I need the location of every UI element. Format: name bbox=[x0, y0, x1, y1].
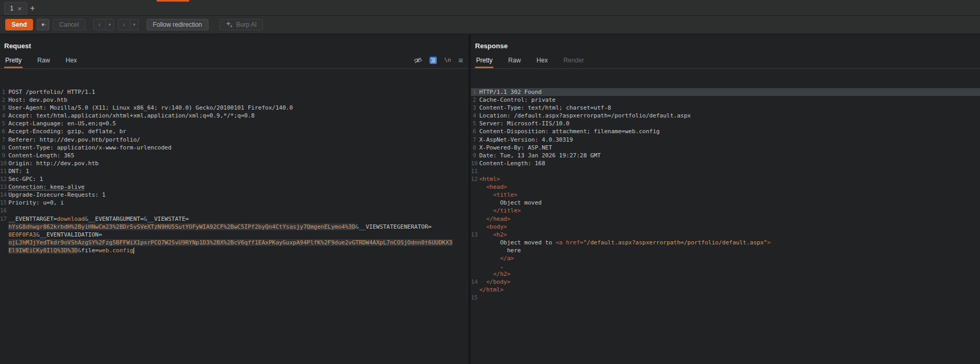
code-row[interactable]: 1HTTP/1.1 302 Found bbox=[471, 88, 980, 96]
code-row[interactable]: </head> bbox=[471, 215, 980, 223]
code-row[interactable]: 8Content-Type: application/x-www-form-ur… bbox=[0, 144, 468, 152]
code-line: Accept-Encoding: gzip, deflate, br bbox=[8, 127, 126, 135]
code-row[interactable]: ojLJhMJjYedTkdr9oVShAzgSY%2Fzg5BFFWiX1px… bbox=[0, 239, 468, 247]
code-row[interactable]: </h2> bbox=[471, 270, 980, 278]
add-tab-button[interactable]: + bbox=[26, 2, 39, 15]
tab-pretty[interactable]: Pretty bbox=[4, 55, 23, 68]
code-segment: Accept-Encoding: gzip, deflate, br bbox=[8, 128, 126, 135]
code-segment: __EVENTVALIDATION= bbox=[40, 231, 102, 238]
request-editor[interactable]: 1POST /portfolio/ HTTP/1.12Host: dev.pov… bbox=[0, 85, 468, 364]
code-row[interactable]: 10Content-Length: 168 bbox=[471, 159, 980, 167]
line-number: 2 bbox=[471, 96, 479, 104]
code-row[interactable]: 15 bbox=[471, 294, 980, 302]
code-line: Server: Microsoft-IIS/10.0 bbox=[479, 120, 569, 127]
code-row[interactable]: 14 </body> bbox=[471, 278, 980, 286]
code-row[interactable]: Object moved to <a href="/default.aspx?a… bbox=[471, 239, 980, 247]
close-tab-icon[interactable]: × bbox=[18, 5, 22, 13]
code-row[interactable]: 11DNT: 1 bbox=[0, 167, 468, 175]
code-segment: Content-Disposition: attachment; filenam… bbox=[479, 128, 659, 135]
code-row[interactable]: 8X-Powered-By: ASP.NET bbox=[471, 144, 980, 152]
code-segment: Content-Length: 365 bbox=[8, 152, 74, 159]
tab-pretty[interactable]: Pretty bbox=[475, 55, 493, 68]
code-row[interactable]: hYsG8dhwgr862krbdH%2ByiHNwCm23%2BDr5vSVe… bbox=[0, 223, 468, 231]
tab-raw[interactable]: Raw bbox=[36, 55, 51, 68]
line-number: 16 bbox=[0, 207, 8, 215]
tab-hex[interactable]: Hex bbox=[535, 55, 548, 68]
code-row[interactable]: 11 bbox=[471, 167, 980, 175]
line-number: 2 bbox=[0, 96, 8, 104]
code-row[interactable]: 1POST /portfolio/ HTTP/1.1 bbox=[0, 88, 468, 96]
line-number: 12 bbox=[0, 175, 8, 183]
code-row[interactable]: 7X-AspNet-Version: 4.0.30319 bbox=[471, 136, 980, 144]
burp-ai-button[interactable]: Burp AI bbox=[219, 19, 263, 30]
request-panel: Request PrettyRawHex bbox=[0, 35, 468, 364]
code-row[interactable]: <title> bbox=[471, 191, 980, 199]
code-row[interactable]: 8E0F0FA3&__EVENTVALIDATION= bbox=[0, 231, 468, 239]
code-row[interactable]: 12<html> bbox=[471, 175, 980, 183]
cancel-button[interactable]: Cancel bbox=[53, 19, 85, 30]
code-row[interactable]: 17__EVENTTARGET=download&__EVENTARGUMENT… bbox=[0, 215, 468, 223]
code-segment: Content-Type: text/html; charset=utf-8 bbox=[479, 104, 611, 111]
code-row[interactable]: 5Accept-Language: en-US,en;q=0.5 bbox=[0, 120, 468, 127]
code-row[interactable]: 13 <h2> bbox=[471, 231, 980, 239]
code-line: Object moved bbox=[479, 199, 542, 207]
code-row[interactable]: 6Content-Disposition: attachment; filena… bbox=[471, 127, 980, 135]
code-row[interactable]: 7Referer: http://dev.pov.htb/portfolio/ bbox=[0, 136, 468, 144]
code-segment: __VIEWSTATEGENERATOR= bbox=[359, 223, 432, 230]
code-line: Connection: keep-alive bbox=[8, 183, 85, 191]
code-line: Location: /default.aspx?aspxerrorpath=/p… bbox=[479, 112, 691, 120]
chevron-down-icon: ▾ bbox=[133, 22, 136, 27]
line-number: 5 bbox=[0, 120, 8, 127]
code-row[interactable]: . bbox=[471, 262, 980, 270]
tab-raw[interactable]: Raw bbox=[507, 55, 522, 68]
code-row[interactable]: El9IWEiCKy8IlQ%3D%3D&file=web.config bbox=[0, 247, 468, 254]
response-editor[interactable]: 1HTTP/1.1 302 Found2Cache-Control: priva… bbox=[471, 85, 980, 364]
code-row[interactable]: 9Date: Tue, 13 Jan 2026 19:27:28 GMT bbox=[471, 152, 980, 159]
code-line: hYsG8dhwgr862krbdH%2ByiHNwCm23%2BDr5vSVe… bbox=[8, 223, 432, 231]
code-row[interactable]: 12Sec-GPC: 1 bbox=[0, 175, 468, 183]
code-row[interactable]: here bbox=[471, 247, 980, 254]
code-row[interactable]: 5Server: Microsoft-IIS/10.0 bbox=[471, 120, 980, 127]
code-row[interactable]: 9Content-Length: 365 bbox=[0, 152, 468, 159]
code-line: HTTP/1.1 302 Found bbox=[479, 88, 542, 96]
forward-history-dropdown[interactable]: ▾ bbox=[130, 19, 139, 30]
prettify-icon[interactable] bbox=[430, 57, 437, 64]
back-history-dropdown[interactable]: ▾ bbox=[106, 19, 114, 30]
code-row[interactable]: Object moved bbox=[471, 199, 980, 207]
code-segment: Priority: u=0, i bbox=[8, 199, 64, 206]
code-row[interactable]: 3Content-Type: text/html; charset=utf-8 bbox=[471, 104, 980, 112]
code-segment: </head> bbox=[479, 216, 511, 222]
hide-nonprintable-icon[interactable] bbox=[414, 57, 422, 63]
code-row[interactable]: 2Cache-Control: private bbox=[471, 96, 980, 104]
request-tab-1[interactable]: 1 × bbox=[4, 2, 27, 15]
code-row[interactable]: <head> bbox=[471, 183, 980, 191]
code-segment: POST /portfolio/ HTTP/1.1 bbox=[8, 89, 95, 95]
code-row[interactable]: </title> bbox=[471, 207, 980, 215]
code-line: </html> bbox=[479, 286, 503, 294]
code-line: DNT: 1 bbox=[8, 167, 29, 175]
newline-icon[interactable]: \n bbox=[444, 57, 451, 63]
code-row[interactable]: 2Host: dev.pov.htb bbox=[0, 96, 468, 104]
code-row[interactable]: 6Accept-Encoding: gzip, deflate, br bbox=[0, 127, 468, 135]
line-number: 11 bbox=[471, 167, 479, 175]
code-row[interactable]: </a> bbox=[471, 254, 980, 262]
tab-hex[interactable]: Hex bbox=[64, 55, 78, 68]
follow-redirection-button[interactable]: Follow redirection bbox=[147, 19, 208, 30]
code-segment: </h2> bbox=[479, 271, 511, 277]
code-row[interactable]: 4Location: /default.aspx?aspxerrorpath=/… bbox=[471, 112, 980, 120]
code-row[interactable]: 4Accept: text/html,application/xhtml+xml… bbox=[0, 112, 468, 120]
settings-button[interactable] bbox=[37, 19, 49, 30]
code-row[interactable]: 3User-Agent: Mozilla/5.0 (X11; Linux x86… bbox=[0, 104, 468, 112]
code-row[interactable]: 13Connection: keep-alive bbox=[0, 183, 468, 191]
code-row[interactable]: 16 bbox=[0, 207, 468, 215]
menu-icon[interactable]: ≡ bbox=[458, 56, 463, 65]
forward-button[interactable]: › bbox=[118, 19, 130, 30]
code-row[interactable]: 15Priority: u=0, i bbox=[0, 199, 468, 207]
back-button[interactable]: ‹ bbox=[93, 19, 106, 30]
code-row[interactable]: </html> bbox=[471, 286, 980, 294]
code-row[interactable]: 14Upgrade-Insecure-Requests: 1 bbox=[0, 191, 468, 199]
send-button[interactable]: Send bbox=[5, 19, 33, 30]
code-row[interactable]: <body> bbox=[471, 223, 980, 231]
tab-render[interactable]: Render bbox=[563, 55, 585, 68]
code-row[interactable]: 10Origin: http://dev.pov.htb bbox=[0, 159, 468, 167]
